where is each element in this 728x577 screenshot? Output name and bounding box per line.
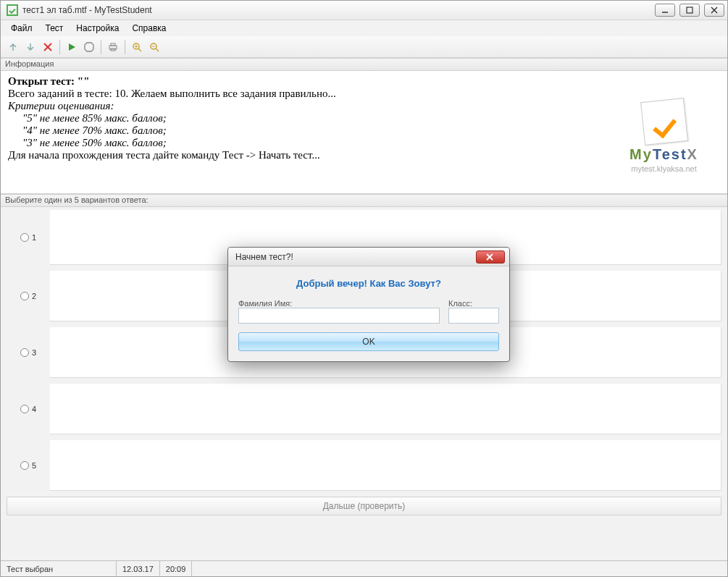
titlebar: тест1 эл таб.mtf - MyTestStudent <box>1 1 727 20</box>
radio-icon <box>20 233 29 242</box>
stop-icon[interactable] <box>81 39 97 55</box>
app-icon <box>7 4 18 16</box>
close-button[interactable] <box>704 4 724 17</box>
answer-radio-3[interactable]: 3 <box>7 327 50 378</box>
window-title: тест1 эл таб.mtf - MyTestStudent <box>22 5 152 15</box>
menu-settings[interactable]: Настройка <box>70 22 125 35</box>
delete-icon[interactable] <box>40 39 56 55</box>
menubar: Файл Тест Настройка Справка <box>1 20 727 36</box>
answer-row-4: 4 <box>7 384 721 434</box>
radio-icon <box>20 348 29 357</box>
svg-line-16 <box>156 49 159 51</box>
dialog-titlebar: Начнем тест?! <box>228 248 509 266</box>
menu-help[interactable]: Справка <box>126 22 172 35</box>
maximize-button[interactable] <box>679 4 700 17</box>
svg-marker-7 <box>85 43 93 51</box>
menu-file[interactable]: Файл <box>5 22 38 35</box>
svg-rect-1 <box>687 7 693 13</box>
answer-radio-4[interactable]: 4 <box>7 384 50 434</box>
next-button[interactable]: Дальше (проверить) <box>7 497 721 515</box>
status-time: 20:09 <box>160 561 193 576</box>
answer-radio-1[interactable]: 1 <box>7 210 50 265</box>
toolbar <box>1 36 727 58</box>
menu-test[interactable]: Тест <box>40 22 70 35</box>
answer-radio-5[interactable]: 5 <box>7 440 50 491</box>
radio-icon <box>20 461 29 470</box>
choose-section-label: Выберите один из 5 вариантов ответа: <box>1 194 727 207</box>
answer-body-5 <box>50 440 721 491</box>
minimize-button[interactable] <box>655 4 675 17</box>
info-pane: Открыт тест: "" Всего заданий в тесте: 1… <box>1 71 727 194</box>
toolbar-separator <box>59 40 60 54</box>
status-date: 12.03.17 <box>117 561 160 576</box>
dialog-title: Начнем тест?! <box>235 252 293 262</box>
brand-name: MyTestX <box>608 146 720 163</box>
start-test-dialog: Начнем тест?! Добрый вечер! Как Вас Зову… <box>227 247 510 362</box>
info-section-label: Информация <box>1 58 727 71</box>
dialog-greeting: Добрый вечер! Как Вас Зовут? <box>238 278 499 289</box>
answer-radio-2[interactable]: 2 <box>7 271 50 321</box>
statusbar: Тест выбран 12.03.17 20:09 <box>1 560 727 576</box>
name-input[interactable] <box>238 308 440 324</box>
total-tasks-label: Всего заданий в тесте: 10. Желаем выполн… <box>8 88 720 100</box>
svg-line-12 <box>138 49 141 51</box>
toolbar-separator <box>101 40 101 54</box>
radio-icon <box>20 292 29 300</box>
toolbar-separator <box>125 40 125 54</box>
window-controls <box>655 4 724 17</box>
opened-test-label: Открыт тест: "" <box>8 75 720 88</box>
svg-rect-9 <box>111 43 115 46</box>
arrow-down-icon[interactable] <box>22 39 38 55</box>
svg-marker-6 <box>69 43 75 51</box>
class-input[interactable] <box>448 308 499 324</box>
class-field-label: Класс: <box>448 299 499 308</box>
arrow-up-left-icon[interactable] <box>5 39 21 55</box>
status-state: Тест выбран <box>1 561 117 576</box>
checkmark-icon <box>640 98 688 146</box>
ok-button[interactable]: OK <box>238 332 499 351</box>
dialog-close-button[interactable] <box>476 250 505 264</box>
brand-url: mytest.klyaksa.net <box>608 164 720 173</box>
answer-row-5: 5 <box>7 440 721 491</box>
zoom-in-icon[interactable] <box>129 39 145 55</box>
app-logo: MyTestX mytest.klyaksa.net <box>608 100 720 173</box>
radio-icon <box>20 405 29 413</box>
zoom-out-icon[interactable] <box>146 39 162 55</box>
name-field-label: Фамилия Имя: <box>238 299 440 308</box>
print-icon[interactable] <box>105 39 121 55</box>
dialog-body: Добрый вечер! Как Вас Зовут? Фамилия Имя… <box>228 266 509 361</box>
answer-body-4 <box>50 384 721 434</box>
play-icon[interactable] <box>64 39 80 55</box>
